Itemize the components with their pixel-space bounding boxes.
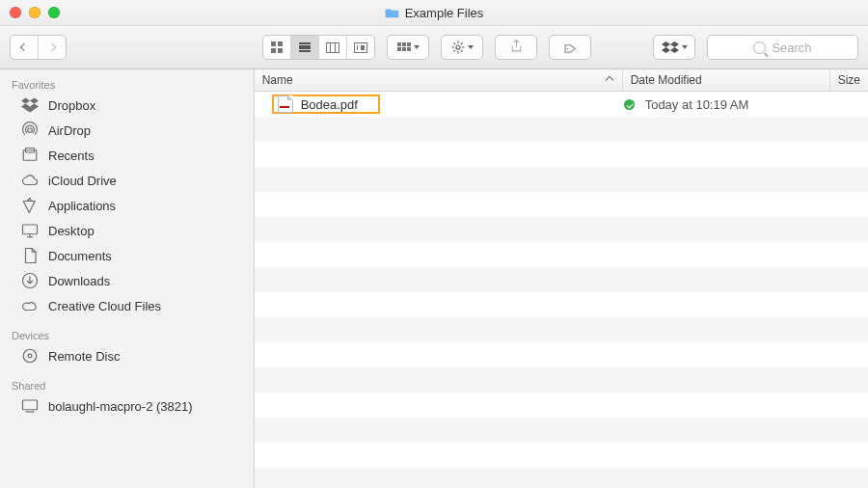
sidebar: FavoritesDropboxAirDropRecentsiCloud Dri…: [0, 69, 255, 488]
sidebar-section-header: Shared: [0, 376, 254, 393]
group-by-button[interactable]: [387, 35, 429, 60]
search-box[interactable]: Search: [707, 35, 858, 60]
table-row: [255, 217, 868, 242]
column-header-date[interactable]: Date Modified: [623, 69, 830, 91]
svg-marker-10: [662, 41, 670, 47]
table-row: [255, 393, 868, 418]
svg-point-27: [23, 349, 37, 363]
sidebar-item-creative-cloud-files[interactable]: Creative Cloud Files: [0, 293, 254, 318]
sidebar-item-label: Desktop: [48, 224, 95, 238]
table-row: [255, 242, 868, 267]
icon-view-button[interactable]: [263, 36, 291, 59]
sidebar-item-label: Dropbox: [48, 98, 95, 113]
sidebar-section-header: Devices: [0, 326, 254, 343]
svg-line-7: [453, 50, 455, 52]
svg-marker-15: [30, 98, 39, 104]
svg-line-6: [460, 50, 462, 52]
file-date: Today at 10:19 AM: [637, 97, 834, 112]
svg-rect-29: [23, 400, 38, 410]
sidebar-item-documents[interactable]: Documents: [0, 243, 254, 268]
table-row: [255, 342, 868, 367]
column-view-button[interactable]: [319, 36, 347, 59]
dropbox-menu-button[interactable]: [653, 35, 695, 60]
table-row: [255, 142, 868, 167]
search-placeholder: Search: [772, 41, 811, 55]
cloud-icon: [21, 172, 39, 189]
tags-button[interactable]: [549, 35, 591, 60]
sidebar-item-bolaughl-macpro-2-3821-[interactable]: bolaughl-macpro-2 (3821): [0, 393, 254, 419]
sidebar-item-label: Documents: [48, 249, 112, 263]
recents-icon: [21, 147, 39, 164]
sidebar-item-downloads[interactable]: Downloads: [0, 268, 254, 293]
dropbox-icon: [662, 41, 679, 54]
table-row: [255, 418, 868, 443]
content-pane: Name Date Modified Size Bodea.pdfToday a…: [255, 69, 868, 488]
table-row: [255, 443, 868, 468]
sidebar-item-label: bolaughl-macpro-2 (3821): [48, 399, 193, 414]
minimize-window-button[interactable]: [29, 7, 41, 18]
table-row: [255, 292, 868, 317]
list-view-button[interactable]: [291, 36, 319, 59]
svg-marker-12: [662, 47, 670, 53]
nav-buttons: [10, 35, 67, 60]
gear-icon: [451, 41, 465, 54]
table-row: [255, 117, 868, 142]
toolbar: Search: [0, 26, 868, 69]
action-menu-button[interactable]: [441, 35, 483, 60]
column-header-name[interactable]: Name: [255, 69, 623, 91]
table-row: [255, 468, 868, 488]
sidebar-item-dropbox[interactable]: Dropbox: [0, 93, 254, 118]
svg-marker-11: [670, 41, 679, 47]
sidebar-item-airdrop[interactable]: AirDrop: [0, 118, 254, 143]
window-controls: [10, 7, 60, 18]
file-name: Bodea.pdf: [301, 97, 358, 112]
share-button[interactable]: [495, 35, 537, 60]
svg-point-19: [28, 128, 33, 133]
table-row[interactable]: Bodea.pdfToday at 10:19 AM: [255, 92, 868, 117]
back-button[interactable]: [11, 36, 39, 59]
forward-button[interactable]: [39, 36, 66, 59]
svg-marker-14: [21, 98, 30, 104]
dropbox-icon: [21, 96, 39, 114]
sidebar-item-label: Remote Disc: [48, 349, 120, 364]
sort-ascending-icon: [605, 76, 612, 84]
search-icon: [753, 41, 766, 54]
table-row: [255, 267, 868, 292]
chevron-down-icon: [468, 45, 474, 49]
sidebar-item-icloud-drive[interactable]: iCloud Drive: [0, 168, 254, 193]
folder-icon: [385, 7, 399, 18]
view-mode-buttons: [262, 35, 375, 60]
synced-icon: [624, 99, 635, 110]
column-header-size[interactable]: Size: [830, 69, 868, 91]
svg-marker-13: [670, 47, 679, 53]
sidebar-item-desktop[interactable]: Desktop: [0, 218, 254, 243]
chevron-down-icon: [682, 45, 688, 49]
close-window-button[interactable]: [10, 7, 21, 18]
sidebar-item-remote-disc[interactable]: Remote Disc: [0, 343, 254, 368]
table-row: [255, 167, 868, 192]
svg-line-8: [460, 42, 462, 44]
airdrop-icon: [21, 122, 39, 139]
apps-icon: [21, 197, 39, 214]
pdf-file-icon: [278, 95, 293, 113]
desktop-icon: [21, 222, 39, 239]
creative-cloud-icon: [21, 297, 39, 314]
svg-point-9: [566, 47, 568, 49]
tag-icon: [564, 42, 577, 53]
sidebar-item-label: AirDrop: [48, 123, 91, 138]
svg-line-5: [453, 42, 455, 44]
titlebar: Example Files: [0, 0, 868, 26]
sidebar-item-label: Applications: [48, 199, 116, 213]
table-row: [255, 317, 868, 342]
sidebar-item-applications[interactable]: Applications: [0, 193, 254, 218]
zoom-window-button[interactable]: [48, 7, 60, 18]
sidebar-item-label: Recents: [48, 149, 95, 163]
gallery-view-button[interactable]: [347, 36, 374, 59]
share-icon: [510, 40, 523, 55]
sidebar-item-label: Downloads: [48, 274, 110, 288]
svg-point-0: [455, 45, 459, 49]
svg-rect-23: [23, 225, 38, 234]
file-list: Bodea.pdfToday at 10:19 AM: [255, 92, 868, 488]
sidebar-item-label: iCloud Drive: [48, 174, 117, 188]
sidebar-item-recents[interactable]: Recents: [0, 143, 254, 168]
